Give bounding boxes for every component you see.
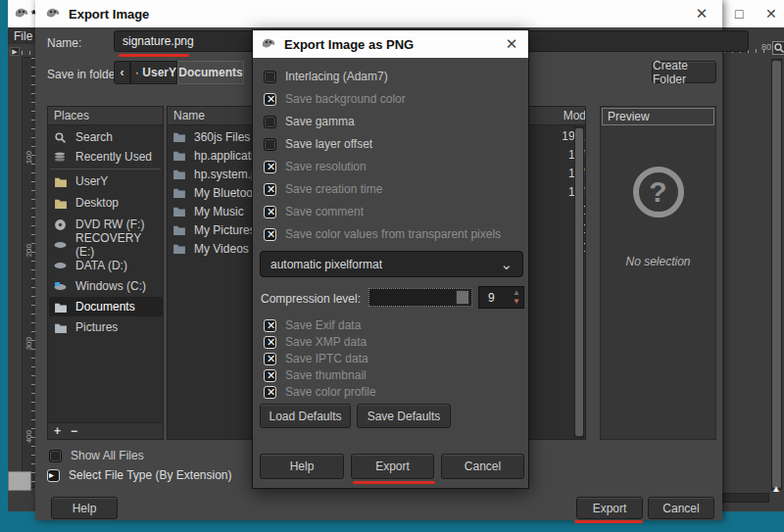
preview-header-label: Preview	[608, 110, 650, 123]
breadcrumb-back-button[interactable]: ‹	[114, 61, 130, 84]
checkbox[interactable]	[264, 138, 276, 151]
close-icon[interactable]: ✕	[497, 35, 526, 53]
pixelformat-dropdown[interactable]: automatic pixelformat ⌄	[260, 251, 523, 277]
save-defaults-label: Save Defaults	[368, 410, 441, 423]
folder-icon	[54, 175, 70, 188]
checkbox[interactable]	[264, 336, 276, 349]
option-label: Save Exif data	[285, 318, 361, 332]
add-place-button[interactable]: +	[54, 424, 61, 438]
option-label: Save thumbnail	[285, 368, 367, 382]
place-usery[interactable]: UserY	[49, 171, 157, 191]
show-all-files-checkbox[interactable]	[49, 450, 62, 462]
option-save-thumbnail[interactable]: Save thumbnail	[264, 368, 367, 382]
place-desktop[interactable]: Desktop	[49, 193, 157, 213]
folder-icon	[172, 186, 188, 199]
canvas-hscrollbar[interactable]	[722, 493, 769, 503]
place-label: Documents	[75, 300, 135, 314]
export-dialog-titlebar[interactable]: Export Image ✕	[35, 0, 722, 27]
create-folder-button[interactable]: Create Folder	[652, 61, 716, 83]
file-row[interactable]: My Videos	[172, 239, 249, 258]
export-button[interactable]: Export	[576, 497, 643, 519]
checkbox[interactable]	[264, 319, 276, 332]
file-row[interactable]: My Pictures	[172, 220, 256, 239]
option-save-iptc[interactable]: Save IPTC data	[264, 352, 368, 365]
place-windows-c[interactable]: Windows (C:)	[49, 276, 157, 296]
spin-down-icon[interactable]: ▼	[513, 297, 520, 306]
save-defaults-button[interactable]: Save Defaults	[357, 404, 451, 428]
close-icon[interactable]: ✕	[687, 5, 716, 23]
show-all-files-option[interactable]: Show All Files	[49, 449, 144, 462]
checkbox[interactable]	[264, 386, 276, 399]
place-data[interactable]: DATA (D:)	[49, 256, 157, 275]
png-dialog-titlebar[interactable]: Export Image as PNG ✕	[253, 30, 528, 58]
option-save-comment[interactable]: Save comment	[264, 205, 364, 218]
png-cancel-button[interactable]: Cancel	[441, 454, 524, 479]
option-save-layer-offset[interactable]: Save layer offset	[264, 137, 372, 151]
spin-up-icon[interactable]: ▲	[513, 288, 520, 297]
menu-file[interactable]: File	[14, 29, 32, 43]
folder-icon	[172, 168, 188, 180]
place-search[interactable]: Search	[49, 127, 157, 147]
checkbox[interactable]	[264, 183, 276, 196]
place-label: Windows (C:)	[75, 279, 146, 293]
option-save-gamma[interactable]: Save gamma	[264, 115, 355, 128]
place-documents[interactable]: Documents	[49, 297, 163, 316]
place-recovery[interactable]: RECOVERY (E:)	[49, 235, 157, 255]
close-window-button[interactable]: ✕	[759, 6, 784, 22]
remove-place-button[interactable]: −	[71, 424, 77, 438]
compression-spinner[interactable]: 9 ▲ ▼	[478, 286, 524, 309]
zoom-tool-icon[interactable]	[772, 41, 784, 55]
cancel-button[interactable]: Cancel	[648, 497, 714, 519]
checkbox[interactable]	[264, 116, 276, 128]
maximize-button[interactable]: □	[726, 6, 753, 22]
no-selection-text: No selection	[601, 255, 715, 268]
folder-icon	[172, 242, 188, 255]
places-panel: Places Search Recently Used UserY Deskto…	[47, 106, 164, 440]
checkbox[interactable]	[264, 93, 276, 106]
help-label: Help	[73, 502, 97, 515]
place-recently-used[interactable]: Recently Used	[49, 147, 157, 167]
load-defaults-button[interactable]: Load Defaults	[260, 404, 351, 428]
file-row[interactable]: 360js Files	[172, 127, 250, 146]
modified-column-header[interactable]: Modified	[529, 109, 586, 122]
no-selection-icon	[633, 167, 684, 218]
folder-icon	[54, 321, 70, 334]
option-save-exif[interactable]: Save Exif data	[264, 318, 361, 332]
option-save-creation-time[interactable]: Save creation time	[264, 182, 382, 196]
checkbox[interactable]	[264, 206, 276, 218]
canvas-vscrollbar[interactable]	[771, 59, 782, 490]
file-row[interactable]: My Bluetooth	[172, 183, 263, 202]
file-list-vscrollbar[interactable]	[574, 126, 584, 438]
png-help-button[interactable]: Help	[260, 454, 344, 479]
expander-icon[interactable]	[47, 469, 60, 482]
option-save-color-profile[interactable]: Save color profile	[264, 385, 376, 399]
checkbox[interactable]	[264, 353, 276, 365]
help-button[interactable]: Help	[51, 497, 118, 519]
option-save-background[interactable]: Save background color	[264, 92, 406, 106]
breadcrumb-documents[interactable]: Documents	[177, 61, 244, 84]
slider-handle[interactable]	[456, 290, 469, 305]
option-save-color-values[interactable]: Save color values from transparent pixel…	[264, 227, 501, 241]
compression-slider[interactable]	[368, 288, 472, 307]
folder-icon	[172, 205, 188, 218]
checkbox[interactable]	[264, 228, 276, 241]
checkbox[interactable]	[264, 71, 276, 83]
png-export-button[interactable]: Export	[351, 454, 434, 479]
checkbox[interactable]	[264, 369, 276, 382]
export-dialog-title: Export Image	[69, 7, 149, 22]
menu-arrow-icon[interactable]: ▶	[10, 47, 20, 56]
select-file-type-expander[interactable]: Select File Type (By Extension)	[47, 468, 232, 482]
option-interlacing[interactable]: Interlacing (Adam7)	[264, 70, 388, 83]
places-header-label: Places	[54, 109, 89, 122]
annotation-underline-png-export	[353, 481, 435, 484]
checkbox[interactable]	[264, 161, 276, 173]
option-save-resolution[interactable]: Save resolution	[264, 160, 367, 173]
place-pictures[interactable]: Pictures	[49, 317, 157, 337]
option-save-xmp[interactable]: Save XMP data	[264, 335, 367, 349]
breadcrumb-usery[interactable]: UserY	[130, 61, 177, 84]
option-label: Save color values from transparent pixel…	[285, 227, 501, 241]
file-row[interactable]: My Music	[172, 202, 244, 220]
name-column-header[interactable]: Name	[173, 109, 205, 122]
scroll-arrow-icon[interactable]: ▲	[771, 483, 781, 494]
places-header[interactable]: Places	[48, 107, 163, 125]
